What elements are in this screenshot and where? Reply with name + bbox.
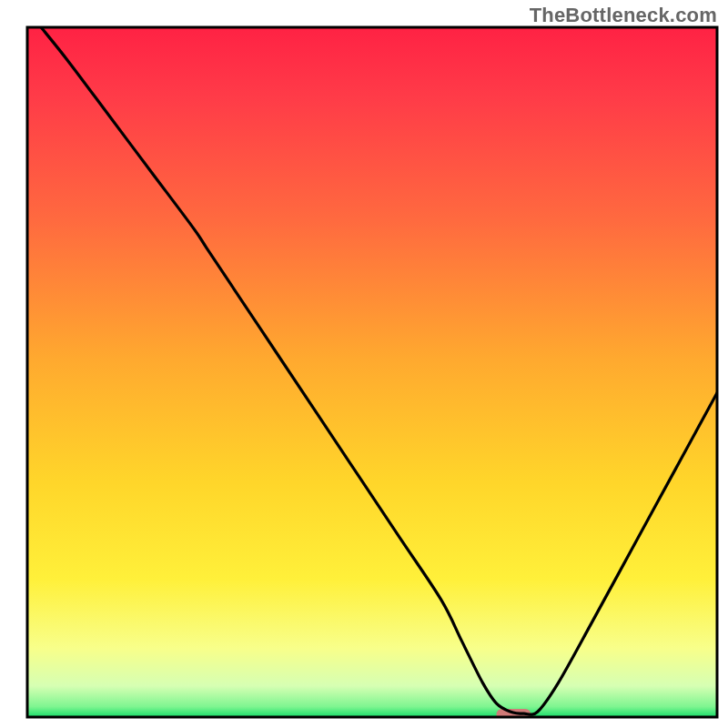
chart-stage: TheBottleneck.com <box>0 0 728 728</box>
bottleneck-chart <box>0 0 728 728</box>
chart-background <box>27 27 717 717</box>
watermark-text: TheBottleneck.com <box>530 4 717 27</box>
